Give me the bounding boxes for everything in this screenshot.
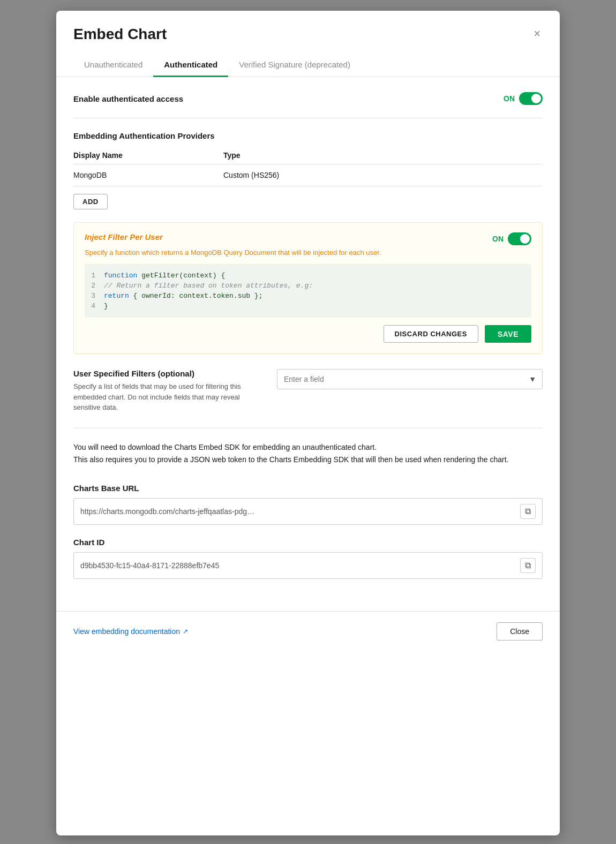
line-content-3: return { ownerId: context.token.sub };	[104, 292, 262, 300]
tab-authenticated[interactable]: Authenticated	[153, 54, 228, 77]
providers-table: Display Name Type MongoDB Custom (HS256)	[73, 147, 543, 186]
authenticated-access-toggle[interactable]	[519, 92, 543, 105]
discard-changes-button[interactable]: DISCARD CHANGES	[384, 325, 478, 343]
toggle-slider	[519, 92, 543, 105]
code-line-2: 2 // Return a filter based on token attr…	[85, 281, 531, 291]
line-num-4: 4	[85, 302, 104, 310]
external-link-icon: ↗	[183, 628, 188, 635]
field-input-wrapper: ▼	[277, 369, 543, 389]
inject-filter-description: Specify a function which returns a Mongo…	[85, 248, 531, 257]
sdk-info-line2: This also requires you to provide a JSON…	[73, 454, 543, 466]
charts-base-url-label: Charts Base URL	[73, 484, 543, 493]
line-num-3: 3	[85, 292, 104, 300]
divider-1	[73, 118, 543, 118]
authenticated-access-toggle-wrapper: ON	[504, 92, 543, 105]
code-editor[interactable]: 1 function getFilter(context) { 2 // Ret…	[85, 264, 531, 318]
tab-bar: Unauthenticated Authenticated Verified S…	[56, 54, 560, 77]
close-x-button[interactable]: ×	[531, 26, 543, 42]
line-content-1: function getFilter(context) {	[104, 272, 225, 280]
authenticated-access-label: Enable authenticated access	[73, 94, 183, 103]
inject-header: Inject Filter Per User ON	[85, 232, 531, 245]
add-provider-button[interactable]: ADD	[73, 194, 108, 209]
inject-filter-toggle[interactable]	[508, 232, 531, 245]
providers-section: Embedding Authentication Providers Displ…	[73, 131, 543, 209]
chart-id-label: Chart ID	[73, 538, 543, 547]
user-filters-title: User Specified Filters (optional)	[73, 369, 256, 378]
field-input[interactable]	[277, 369, 543, 389]
charts-base-url-section: Charts Base URL https://charts.mongodb.c…	[73, 484, 543, 525]
inject-filter-title: Inject Filter Per User	[85, 232, 163, 242]
charts-base-url-value: https://charts.mongodb.com/charts-jeffqa…	[80, 507, 516, 516]
line-num-2: 2	[85, 282, 104, 290]
inject-on-label: ON	[492, 235, 504, 243]
modal-footer: View embedding documentation ↗ Close	[56, 611, 560, 640]
col-display-name: Display Name	[73, 147, 223, 164]
authenticated-access-on-label: ON	[504, 94, 515, 103]
save-button[interactable]: SAVE	[485, 325, 531, 343]
authenticated-access-row: Enable authenticated access ON	[73, 92, 543, 105]
modal-title: Embed Chart	[73, 26, 167, 43]
charts-base-url-field: https://charts.mongodb.com/charts-jeffqa…	[73, 498, 543, 525]
line-content-4: }	[104, 302, 108, 310]
line-content-2: // Return a filter based on token attrib…	[104, 282, 313, 290]
tab-verified-signature[interactable]: Verified Signature (deprecated)	[228, 54, 361, 77]
sdk-info-line1: You will need to download the Charts Emb…	[73, 441, 543, 454]
inject-actions: DISCARD CHANGES SAVE	[85, 325, 531, 343]
inject-filter-section: Inject Filter Per User ON Specify a func…	[73, 222, 543, 354]
line-num-1: 1	[85, 272, 104, 280]
code-line-3: 3 return { ownerId: context.token.sub };	[85, 291, 531, 301]
sdk-info: You will need to download the Charts Emb…	[73, 441, 543, 467]
inject-toggle-slider	[508, 232, 531, 245]
col-type: Type	[223, 147, 543, 164]
provider-row: MongoDB Custom (HS256)	[73, 164, 543, 186]
view-docs-link[interactable]: View embedding documentation ↗	[73, 627, 188, 636]
user-filters-description: Specify a list of fields that may be use…	[73, 381, 256, 413]
divider-2	[73, 428, 543, 428]
user-filters-section: User Specified Filters (optional) Specif…	[73, 369, 543, 413]
code-line-1: 1 function getFilter(context) {	[85, 270, 531, 281]
charts-base-url-copy-button[interactable]: ⧉	[520, 504, 536, 519]
chart-id-copy-button[interactable]: ⧉	[520, 558, 536, 573]
inject-toggle-wrapper: ON	[492, 232, 531, 245]
embed-chart-modal: Embed Chart × Unauthenticated Authentica…	[56, 11, 560, 835]
modal-content: Enable authenticated access ON Embedding…	[56, 77, 560, 607]
doc-link-label: View embedding documentation	[73, 627, 180, 636]
close-modal-button[interactable]: Close	[497, 622, 543, 640]
providers-title: Embedding Authentication Providers	[73, 131, 543, 140]
user-filters-left: User Specified Filters (optional) Specif…	[73, 369, 256, 413]
tab-unauthenticated[interactable]: Unauthenticated	[73, 54, 153, 77]
modal-header: Embed Chart ×	[56, 11, 560, 43]
provider-display-name: MongoDB	[73, 164, 223, 186]
chart-id-value: d9bb4530-fc15-40a4-8171-22888efb7e45	[80, 561, 516, 570]
chart-id-field: d9bb4530-fc15-40a4-8171-22888efb7e45 ⧉	[73, 552, 543, 579]
code-line-4: 4 }	[85, 301, 531, 311]
provider-type: Custom (HS256)	[223, 164, 543, 186]
chart-id-section: Chart ID d9bb4530-fc15-40a4-8171-22888ef…	[73, 538, 543, 579]
